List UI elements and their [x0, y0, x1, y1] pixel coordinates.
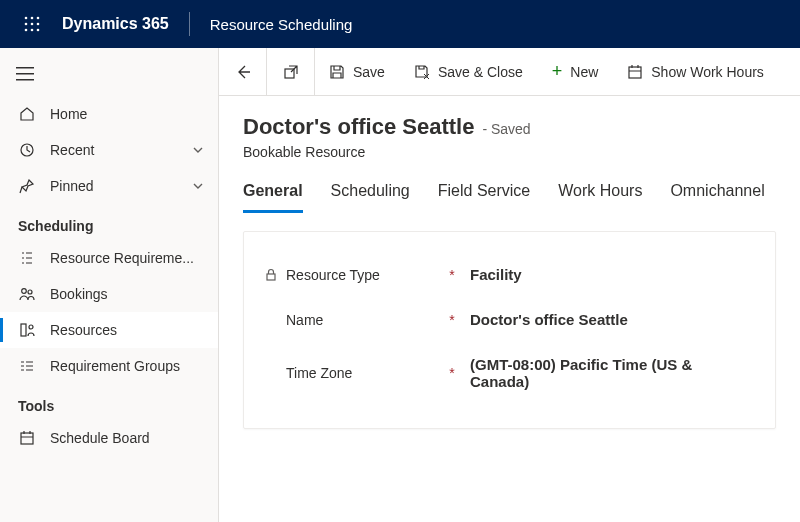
record-entity: Bookable Resource	[243, 144, 776, 160]
list-icon	[18, 250, 36, 266]
sidebar-item-label: Resources	[50, 322, 204, 338]
hamburger-icon	[16, 67, 34, 81]
form-section-general: Resource Type * Facility Name * Doctor's…	[243, 231, 776, 429]
sidebar-item-label: Pinned	[50, 178, 178, 194]
field-resource-type[interactable]: Resource Type * Facility	[256, 252, 763, 297]
divider	[189, 12, 190, 36]
show-work-hours-button[interactable]: Show Work Hours	[613, 48, 779, 95]
main-area: Save Save & Close + New Show Work Hours	[219, 48, 800, 522]
sidebar-item-label: Recent	[50, 142, 178, 158]
record-title: Doctor's office Seattle	[243, 114, 474, 140]
sidebar-section-tools: Tools	[0, 384, 218, 420]
svg-point-13	[22, 289, 27, 294]
calendar-icon	[627, 64, 643, 80]
required-mark: *	[444, 312, 460, 328]
record-header: Doctor's office Seattle - Saved Bookable…	[219, 96, 800, 160]
sidebar-item-requirement-groups[interactable]: Requirement Groups	[0, 348, 218, 384]
tab-general[interactable]: General	[243, 178, 303, 213]
svg-point-7	[31, 29, 34, 32]
brand-label: Dynamics 365	[56, 15, 183, 33]
people-icon	[18, 286, 36, 302]
field-value: (GMT-08:00) Pacific Time (US & Canada)	[460, 356, 755, 390]
svg-rect-15	[21, 324, 26, 336]
new-button[interactable]: + New	[538, 48, 614, 95]
app-name-label[interactable]: Resource Scheduling	[196, 16, 367, 33]
required-mark: *	[444, 267, 460, 283]
sidebar-item-label: Resource Requireme...	[50, 250, 204, 266]
field-label-text: Name	[286, 312, 323, 328]
svg-point-5	[37, 23, 40, 26]
svg-rect-20	[267, 274, 275, 280]
svg-point-8	[37, 29, 40, 32]
plus-icon: +	[552, 61, 563, 82]
sidebar-item-resources[interactable]: Resources	[0, 312, 218, 348]
calendar-icon	[18, 430, 36, 446]
svg-rect-19	[629, 67, 641, 78]
svg-point-6	[25, 29, 28, 32]
back-arrow-icon	[235, 64, 251, 80]
svg-point-2	[37, 17, 40, 20]
svg-point-1	[31, 17, 34, 20]
save-button[interactable]: Save	[315, 48, 400, 95]
waffle-icon	[24, 16, 40, 32]
svg-rect-11	[16, 79, 34, 81]
tab-omnichannel[interactable]: Omnichannel	[670, 178, 764, 213]
chevron-down-icon	[192, 144, 204, 156]
field-label-text: Resource Type	[286, 267, 380, 283]
svg-rect-9	[16, 67, 34, 69]
sidebar-item-bookings[interactable]: Bookings	[0, 276, 218, 312]
clock-icon	[18, 142, 36, 158]
chevron-down-icon	[192, 180, 204, 192]
field-label-text: Time Zone	[286, 365, 352, 381]
field-name[interactable]: Name * Doctor's office Seattle	[256, 297, 763, 342]
command-bar: Save Save & Close + New Show Work Hours	[219, 48, 800, 96]
popout-icon	[283, 64, 299, 80]
tab-work-hours[interactable]: Work Hours	[558, 178, 642, 213]
sidebar-item-label: Schedule Board	[50, 430, 204, 446]
sidebar-item-label: Home	[50, 106, 204, 122]
field-value: Facility	[460, 266, 755, 283]
svg-point-14	[28, 290, 32, 294]
home-icon	[18, 106, 36, 122]
save-close-icon	[414, 64, 430, 80]
save-close-label: Save & Close	[438, 64, 523, 80]
sidebar-toggle[interactable]	[0, 52, 218, 96]
lock-icon	[264, 268, 278, 282]
field-value: Doctor's office Seattle	[460, 311, 755, 328]
show-work-hours-label: Show Work Hours	[651, 64, 764, 80]
required-mark: *	[444, 365, 460, 381]
app-launcher-button[interactable]	[8, 0, 56, 48]
global-header: Dynamics 365 Resource Scheduling	[0, 0, 800, 48]
record-status: - Saved	[482, 121, 530, 137]
resources-icon	[18, 322, 36, 338]
sidebar-item-recent[interactable]: Recent	[0, 132, 218, 168]
svg-point-3	[25, 23, 28, 26]
sidebar-section-scheduling: Scheduling	[0, 204, 218, 240]
save-close-button[interactable]: Save & Close	[400, 48, 538, 95]
sidebar: Home Recent Pinned Scheduling	[0, 48, 219, 522]
back-button[interactable]	[219, 48, 267, 95]
new-label: New	[570, 64, 598, 80]
sidebar-item-schedule-board[interactable]: Schedule Board	[0, 420, 218, 456]
save-label: Save	[353, 64, 385, 80]
sidebar-item-pinned[interactable]: Pinned	[0, 168, 218, 204]
svg-rect-10	[16, 73, 34, 75]
group-icon	[18, 358, 36, 374]
svg-rect-17	[21, 433, 33, 444]
sidebar-item-label: Requirement Groups	[50, 358, 204, 374]
tab-scheduling[interactable]: Scheduling	[331, 178, 410, 213]
save-icon	[329, 64, 345, 80]
open-new-window-button[interactable]	[267, 48, 315, 95]
sidebar-item-resource-requirements[interactable]: Resource Requireme...	[0, 240, 218, 276]
form-tabs: General Scheduling Field Service Work Ho…	[219, 160, 800, 213]
svg-point-16	[29, 325, 33, 329]
svg-point-4	[31, 23, 34, 26]
svg-point-0	[25, 17, 28, 20]
pin-icon	[18, 178, 36, 194]
sidebar-item-home[interactable]: Home	[0, 96, 218, 132]
sidebar-item-label: Bookings	[50, 286, 204, 302]
tab-field-service[interactable]: Field Service	[438, 178, 530, 213]
field-time-zone[interactable]: Time Zone * (GMT-08:00) Pacific Time (US…	[256, 342, 763, 404]
